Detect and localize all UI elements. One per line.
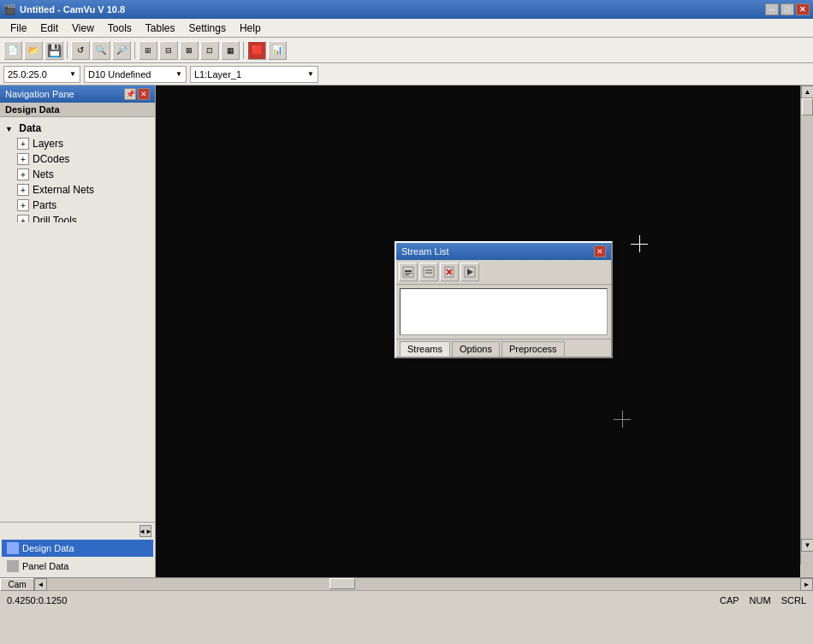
nav-pane-title: Navigation Pane <box>5 89 74 99</box>
menu-help[interactable]: Help <box>233 21 268 36</box>
stream-dialog-close[interactable]: ✕ <box>594 245 606 257</box>
status-num: NUM <box>750 595 771 606</box>
stream-dialog-title-text: Stream List <box>401 246 449 257</box>
tb-chart[interactable]: 📊 <box>268 41 287 60</box>
nav-pane-controls: 📌 ✕ <box>124 88 150 100</box>
title-bar-left: 🎬 Untitled - CamVu V 10.8 <box>3 3 125 15</box>
status-coords: 0.4250:0.1250 <box>7 595 67 606</box>
svg-rect-1 <box>405 270 412 272</box>
tb-grid4[interactable]: ⊡ <box>200 41 219 60</box>
tree-item-layers[interactable]: + Layers <box>0 136 155 151</box>
tree-expand-parts[interactable]: + <box>17 199 29 211</box>
title-bar-controls: ─ □ ✕ <box>765 3 810 15</box>
menu-bar: File Edit View Tools Tables Settings Hel… <box>0 19 813 38</box>
stream-tab-preprocess[interactable]: Preprocess <box>501 341 565 357</box>
nav-pane-pin[interactable]: 📌 <box>124 88 136 100</box>
tree-item-drill-tools[interactable]: + Drill Tools <box>0 213 155 222</box>
layer-name-arrow: ▼ <box>307 70 314 78</box>
tree-expand-external-nets[interactable]: + <box>17 184 29 196</box>
menu-settings[interactable]: Settings <box>182 21 233 36</box>
data-tree: ▼ Data + Layers + DCodes + Nets + Extern… <box>0 117 155 222</box>
tree-expand-dcodes[interactable]: + <box>17 153 29 165</box>
tb-new[interactable]: 📄 <box>3 41 22 60</box>
tb-save[interactable]: 💾 <box>45 41 63 60</box>
data-arrow: ▼ <box>5 125 13 133</box>
panel-data-icon <box>7 560 19 572</box>
panel-bottom: ◄► Design Data Panel Data <box>0 522 155 577</box>
canvas-area[interactable]: Stream List ✕ <box>156 86 813 577</box>
tree-expand-nets[interactable]: + <box>17 168 29 180</box>
close-button[interactable]: ✕ <box>796 3 810 15</box>
menu-file[interactable]: File <box>3 21 33 36</box>
layer-code-dropdown[interactable]: D10 Undefined ▼ <box>84 66 187 83</box>
v-scroll-up[interactable]: ▲ <box>801 86 813 98</box>
tab-panel-data[interactable]: Panel Data <box>2 558 153 575</box>
tree-item-nets[interactable]: + Nets <box>0 167 155 182</box>
menu-edit[interactable]: Edit <box>33 21 65 36</box>
tb-grid2[interactable]: ⊟ <box>159 41 178 60</box>
status-cap: CAP <box>720 595 739 606</box>
stream-list-area <box>400 288 608 335</box>
stream-dialog[interactable]: Stream List ✕ <box>395 241 613 358</box>
status-bar: 0.4250:0.1250 CAP NUM SCRL <box>0 590 813 609</box>
nav-pane-close[interactable]: ✕ <box>138 88 150 100</box>
tb-color[interactable]: 🟥 <box>247 41 266 60</box>
panel-spacer <box>0 222 155 522</box>
stream-dialog-title: Stream List ✕ <box>396 243 611 260</box>
tb-refresh[interactable]: ↺ <box>71 41 90 60</box>
h-scroll-thumb[interactable] <box>329 578 355 589</box>
tb-zoom-out[interactable]: 🔎 <box>112 41 131 60</box>
coords-dropdown[interactable]: 25.0:25.0 ▼ <box>3 66 80 83</box>
h-scrollbar-area: Cam ◄ ► <box>0 577 813 590</box>
h-scroll-left[interactable]: ◄ <box>34 578 47 591</box>
stream-toolbar <box>396 260 611 285</box>
layer-name-value: L1:Layer_1 <box>194 69 241 80</box>
v-scroll-thumb[interactable] <box>802 98 813 115</box>
cam-tab[interactable]: Cam <box>0 578 34 591</box>
tb-sep1 <box>67 42 68 59</box>
toolbar: 📄 📂 💾 ↺ 🔍 🔎 ⊞ ⊟ ⊠ ⊡ ▦ 🟥 📊 <box>0 38 813 63</box>
tb-zoom-in[interactable]: 🔍 <box>92 41 110 60</box>
left-panel: Navigation Pane 📌 ✕ Design Data ▼ Data +… <box>0 86 156 577</box>
v-scroll-down[interactable]: ▼ <box>801 539 813 552</box>
h-scroll-right[interactable]: ► <box>800 578 813 591</box>
tb-sep3 <box>243 42 244 59</box>
menu-view[interactable]: View <box>65 21 101 36</box>
tb-sep2 <box>134 42 135 59</box>
tb-grid1[interactable]: ⊞ <box>139 41 157 60</box>
nav-pane-header: Navigation Pane 📌 ✕ <box>0 86 155 103</box>
maximize-button[interactable]: □ <box>780 3 794 15</box>
stream-tb-edit[interactable] <box>419 263 438 281</box>
layer-name-dropdown[interactable]: L1:Layer_1 ▼ <box>190 66 318 83</box>
minimize-button[interactable]: ─ <box>765 3 779 15</box>
tree-expand-drill-tools[interactable]: + <box>17 215 29 222</box>
stream-tb-add[interactable] <box>399 263 418 281</box>
design-data-label: Design Data <box>0 103 155 117</box>
target-v <box>639 235 640 252</box>
tree-item-parts[interactable]: + Parts <box>0 198 155 213</box>
tb-open[interactable]: 📂 <box>24 41 43 60</box>
status-bar-right: CAP NUM SCRL <box>720 595 806 606</box>
tree-expand-layers[interactable]: + <box>17 138 29 150</box>
tree-item-external-nets[interactable]: + External Nets <box>0 182 155 198</box>
tb-grid3[interactable]: ⊠ <box>180 41 199 60</box>
title-bar: 🎬 Untitled - CamVu V 10.8 ─ □ ✕ <box>0 0 813 19</box>
stream-tb-run[interactable] <box>460 263 479 281</box>
stream-tab-streams[interactable]: Streams <box>400 341 450 357</box>
stream-tabs: Streams Options Preprocess <box>396 339 611 357</box>
h-scroll-track[interactable] <box>47 578 800 590</box>
app-icon: 🎬 <box>3 3 16 15</box>
nav-arrow-left[interactable]: ◄► <box>139 525 151 537</box>
stream-tb-delete[interactable] <box>440 263 459 281</box>
data-section-header[interactable]: ▼ Data <box>0 121 155 136</box>
design-data-icon <box>7 542 19 554</box>
svg-rect-3 <box>405 275 409 275</box>
menu-tables[interactable]: Tables <box>139 21 182 36</box>
tab-design-data[interactable]: Design Data <box>2 540 153 557</box>
stream-tab-options[interactable]: Options <box>452 341 500 357</box>
crosshair-vertical <box>622 411 623 428</box>
menu-tools[interactable]: Tools <box>101 21 139 36</box>
window-title: Untitled - CamVu V 10.8 <box>20 4 125 15</box>
tb-grid5[interactable]: ▦ <box>221 41 240 60</box>
tree-item-dcodes[interactable]: + DCodes <box>0 151 155 167</box>
